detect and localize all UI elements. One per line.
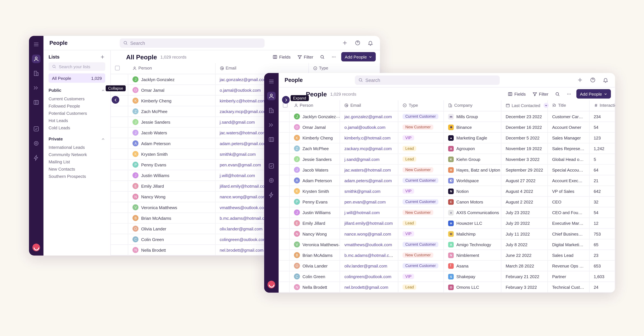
email-link[interactable]: vmatthews@outlook.com xyxy=(220,205,267,210)
check-icon[interactable] xyxy=(267,162,276,170)
target-icon[interactable] xyxy=(267,176,276,185)
list-item[interactable]: Followed People xyxy=(48,102,105,110)
table-row[interactable]: VVeronica Matthews vmatthews@outlook.com… xyxy=(278,239,615,250)
public-section-header[interactable]: Public xyxy=(48,88,105,93)
list-item[interactable]: Southern Prospects xyxy=(48,173,105,180)
email-link[interactable]: smithk@gmail.com xyxy=(344,189,380,194)
more-button[interactable] xyxy=(565,90,573,98)
email-link[interactable]: jac.gonzalez@gmail.com xyxy=(220,77,267,82)
email-link[interactable]: nel.brodett@gmail.com xyxy=(220,248,264,252)
table-row[interactable]: EEmily Jillard jillard.emily@hotmail.com… xyxy=(278,218,615,228)
lists-search[interactable]: Search your lists xyxy=(48,62,105,71)
email-link[interactable]: adam.peters@gmail.com xyxy=(344,178,392,183)
col-person[interactable]: Person xyxy=(128,63,215,74)
new-list-icon[interactable] xyxy=(99,54,105,60)
table-row[interactable]: PPenny Evans pen.evan@gmail.com Current … xyxy=(278,196,615,207)
building-icon[interactable] xyxy=(32,69,40,78)
email-link[interactable]: j.sand@gmail.com xyxy=(220,120,255,124)
board-icon[interactable] xyxy=(267,135,276,144)
table-row[interactable]: ZZach McPhee zackary.mcp@gmail.com Lead … xyxy=(278,143,615,154)
board-icon[interactable] xyxy=(32,98,40,107)
email-link[interactable]: zackary.mcp@gmail.com xyxy=(344,146,392,151)
email-link[interactable]: zackary.mcp@gmail.com xyxy=(220,109,267,114)
email-link[interactable]: b.mc.adams@hotmail.com xyxy=(220,216,270,220)
email-link[interactable]: vmatthews@outlook.com xyxy=(344,242,392,247)
email-link[interactable]: jillard.emily@hotmail.com xyxy=(220,184,268,188)
list-item[interactable]: New Contacts xyxy=(48,165,105,173)
col-email[interactable]: Email xyxy=(340,100,398,111)
col-email[interactable]: Email xyxy=(215,63,309,74)
col-type[interactable]: Type xyxy=(309,63,380,74)
col-interaction[interactable]: Interaction xyxy=(589,100,615,111)
table-row[interactable]: CColin Green colingreen@outlook.com VIP … xyxy=(278,271,615,282)
col-last-contacted[interactable]: Last Contacted xyxy=(501,100,548,111)
bell-icon[interactable] xyxy=(602,76,609,84)
table-search-button[interactable] xyxy=(554,90,562,98)
bell-icon[interactable] xyxy=(366,39,374,47)
check-icon[interactable] xyxy=(32,125,40,133)
email-link[interactable]: nance.wong@gmail.com xyxy=(344,231,391,236)
email-link[interactable]: kimberly.c@hotmail.com xyxy=(344,135,390,140)
hamburger-icon[interactable] xyxy=(267,77,276,86)
fields-button[interactable]: Fields xyxy=(271,52,292,61)
private-section-header[interactable]: Private xyxy=(48,136,105,141)
table-row[interactable]: NNella Brodett nel.brodett@gmail.com Lea… xyxy=(278,282,615,292)
expand-button[interactable] xyxy=(282,96,290,104)
filter-button[interactable]: Filter xyxy=(296,52,315,61)
table-row[interactable]: NNancy Wong nance.wong@gmail.com VIP MMa… xyxy=(278,228,615,239)
help-icon[interactable] xyxy=(354,39,361,47)
table-row[interactable]: AAdam Peterson adam.peters@gmail.com Cur… xyxy=(278,175,615,186)
table-row[interactable]: JJessie Sanders j.sand@gmail.com Lead KK… xyxy=(278,154,615,164)
email-link[interactable]: b.mc.adams@hotmail.com xyxy=(344,253,395,257)
table-row[interactable]: JJennifer Cox jennifer.cox.20@hotmail.co… xyxy=(278,292,615,293)
email-link[interactable]: jac.waters@hotmail.com xyxy=(344,167,391,172)
hamburger-icon[interactable] xyxy=(32,40,40,49)
table-row[interactable]: OOlivia Lander oliv.lander@gmail.com Cur… xyxy=(278,260,615,271)
email-link[interactable]: jac.waters@hotmail.com xyxy=(220,130,266,135)
email-link[interactable]: colingreen@outlook.com xyxy=(344,274,392,279)
table-row[interactable]: JJacklyn Gonzalez jac.gonzalez@gmail.com… xyxy=(278,111,615,122)
add-people-button[interactable]: Add People xyxy=(341,52,376,61)
bolt-icon[interactable] xyxy=(267,191,276,199)
building-icon[interactable] xyxy=(267,106,276,115)
table-search-button[interactable] xyxy=(318,52,326,61)
more-button[interactable] xyxy=(330,52,338,61)
email-link[interactable]: nel.brodett@gmail.com xyxy=(344,285,388,289)
help-icon[interactable] xyxy=(589,76,596,84)
target-icon[interactable] xyxy=(32,139,40,148)
list-item[interactable]: Community Network xyxy=(48,151,105,158)
list-item[interactable]: Potential Customers xyxy=(48,110,105,117)
email-link[interactable]: j.will@hotmail.com xyxy=(220,173,255,178)
list-item[interactable]: Mailing List xyxy=(48,158,105,165)
person-icon[interactable] xyxy=(267,92,276,100)
global-search[interactable]: Search xyxy=(120,38,264,48)
plus-icon[interactable] xyxy=(576,76,584,84)
table-row[interactable]: JJustin Williams j.will@hotmail.com New … xyxy=(278,207,615,218)
col-title[interactable]: Title xyxy=(548,100,589,111)
table-row[interactable]: JJacob Waters jac.waters@hotmail.com New… xyxy=(278,164,615,175)
table-row[interactable]: KKimberly Cheng kimberly.c@hotmail.com V… xyxy=(278,132,615,143)
list-item[interactable]: Hot Leads xyxy=(48,117,105,124)
plus-icon[interactable] xyxy=(341,39,348,47)
select-all-checkbox[interactable] xyxy=(115,66,120,70)
filter-button[interactable]: Filter xyxy=(531,90,550,98)
pipeline-icon[interactable] xyxy=(32,84,40,92)
fields-button[interactable]: Fields xyxy=(506,90,527,98)
email-link[interactable]: o.jamal@outlook.com xyxy=(344,125,386,129)
list-item[interactable]: Current Customers xyxy=(48,95,105,102)
email-link[interactable]: jillard.emily@hotmail.com xyxy=(344,221,393,225)
col-company[interactable]: Company xyxy=(444,100,501,111)
email-link[interactable]: j.will@hotmail.com xyxy=(344,210,380,215)
collapse-button[interactable] xyxy=(112,96,119,104)
email-link[interactable]: nance.wong@gmail.com xyxy=(220,194,266,199)
email-link[interactable]: jac.gonzalez@gmail.com xyxy=(344,114,392,119)
email-link[interactable]: colingreen@outlook.com xyxy=(220,237,266,242)
email-link[interactable]: oliv.lander@gmail.com xyxy=(220,226,262,231)
col-type[interactable]: Type xyxy=(398,100,444,111)
list-item[interactable]: International Leads xyxy=(48,144,105,151)
email-link[interactable]: kimberly.c@hotmail.com xyxy=(220,98,266,103)
person-icon[interactable] xyxy=(32,55,40,63)
email-link[interactable]: o.jamal@outlook.com xyxy=(220,88,261,92)
table-row[interactable]: OOmar Jamal o.jamal@outlook.com New Cust… xyxy=(278,122,615,132)
all-people-chip[interactable]: All People 1,029 xyxy=(48,73,105,83)
